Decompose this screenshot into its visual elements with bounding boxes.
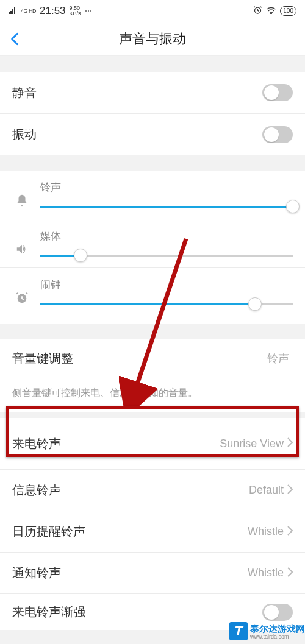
crescendo-toggle[interactable] bbox=[262, 604, 293, 621]
volume-key-label: 音量键调整 bbox=[12, 350, 73, 367]
volume-key-row[interactable]: 音量键调整 铃声 bbox=[0, 339, 305, 377]
status-bar: 4G HD 21:53 9.50KB/s ⋯ 100 bbox=[0, 0, 305, 22]
chevron-right-icon bbox=[287, 437, 293, 450]
speaker-icon bbox=[12, 242, 32, 256]
mute-row[interactable]: 静音 bbox=[0, 72, 305, 113]
vibrate-label: 振动 bbox=[12, 126, 37, 143]
wifi-icon bbox=[266, 6, 276, 16]
ringtone-volume-label: 铃声 bbox=[40, 180, 293, 194]
calendar-ringtone-row[interactable]: 日历提醒铃声 Whistle bbox=[0, 511, 305, 552]
more-icon: ⋯ bbox=[85, 7, 93, 15]
signal-icon bbox=[9, 7, 17, 16]
chevron-right-icon bbox=[287, 526, 293, 538]
calendar-ringtone-value: Whistle bbox=[248, 525, 284, 538]
ringtone-volume-row: 铃声 bbox=[0, 171, 305, 219]
chevron-right-icon bbox=[287, 567, 293, 579]
volume-key-section: 音量键调整 铃声 侧音量键可控制来电、信息和通知的音量。 bbox=[0, 339, 305, 412]
notification-ringtone-label: 通知铃声 bbox=[12, 565, 61, 581]
alarm-volume-slider[interactable] bbox=[40, 297, 293, 311]
watermark-badge: T bbox=[229, 622, 248, 640]
page-title: 声音与振动 bbox=[0, 30, 305, 48]
vibrate-toggle[interactable] bbox=[262, 126, 293, 143]
network-type: 4G HD bbox=[21, 8, 36, 14]
svg-rect-0 bbox=[9, 12, 10, 14]
notification-ringtone-row[interactable]: 通知铃声 Whistle bbox=[0, 552, 305, 593]
svg-rect-3 bbox=[14, 7, 15, 14]
ringtones-section: 来电铃声 Sunrise View 信息铃声 Default 日历提醒铃声 Wh… bbox=[0, 418, 305, 630]
vibrate-row[interactable]: 振动 bbox=[0, 113, 305, 155]
message-ringtone-label: 信息铃声 bbox=[12, 482, 61, 498]
mute-label: 静音 bbox=[12, 85, 37, 101]
crescendo-label: 来电铃声渐强 bbox=[12, 604, 85, 620]
svg-point-5 bbox=[271, 13, 271, 13]
clock-time: 21:53 bbox=[40, 5, 66, 17]
mute-toggle[interactable] bbox=[262, 84, 293, 101]
alarm-icon bbox=[253, 5, 262, 16]
volume-section: 铃声 媒体 闹钟 bbox=[0, 171, 305, 324]
alarm-volume-row: 闹钟 bbox=[0, 267, 305, 324]
page-header: 声音与振动 bbox=[0, 22, 305, 56]
volume-key-desc: 侧音量键可控制来电、信息和通知的音量。 bbox=[0, 377, 305, 412]
toggles-section: 静音 振动 bbox=[0, 72, 305, 155]
message-ringtone-row[interactable]: 信息铃声 Default bbox=[0, 469, 305, 511]
volume-key-value: 铃声 bbox=[267, 351, 289, 366]
alarm-volume-label: 闹钟 bbox=[40, 278, 293, 292]
message-ringtone-value: Default bbox=[249, 484, 284, 497]
battery-indicator: 100 bbox=[280, 6, 296, 16]
ringtone-volume-slider[interactable] bbox=[40, 199, 293, 214]
chevron-right-icon bbox=[287, 484, 293, 497]
calendar-ringtone-label: 日历提醒铃声 bbox=[12, 523, 85, 540]
alarm-clock-icon bbox=[12, 291, 32, 305]
incoming-ringtone-value: Sunrise View bbox=[220, 437, 284, 450]
bell-icon bbox=[12, 194, 32, 207]
incoming-ringtone-label: 来电铃声 bbox=[12, 436, 61, 452]
media-volume-label: 媒体 bbox=[40, 229, 293, 243]
watermark: T 泰尔达游戏网 www.tairda.com bbox=[229, 622, 305, 640]
media-volume-slider[interactable] bbox=[40, 248, 293, 263]
net-speed: 9.50KB/s bbox=[70, 5, 81, 16]
back-button[interactable] bbox=[0, 22, 29, 56]
watermark-name: 泰尔达游戏网 bbox=[250, 623, 305, 635]
svg-rect-2 bbox=[12, 9, 13, 14]
notification-ringtone-value: Whistle bbox=[248, 567, 284, 579]
svg-rect-1 bbox=[10, 11, 12, 14]
incoming-ringtone-row[interactable]: 来电铃声 Sunrise View bbox=[0, 418, 305, 469]
media-volume-row: 媒体 bbox=[0, 219, 305, 267]
